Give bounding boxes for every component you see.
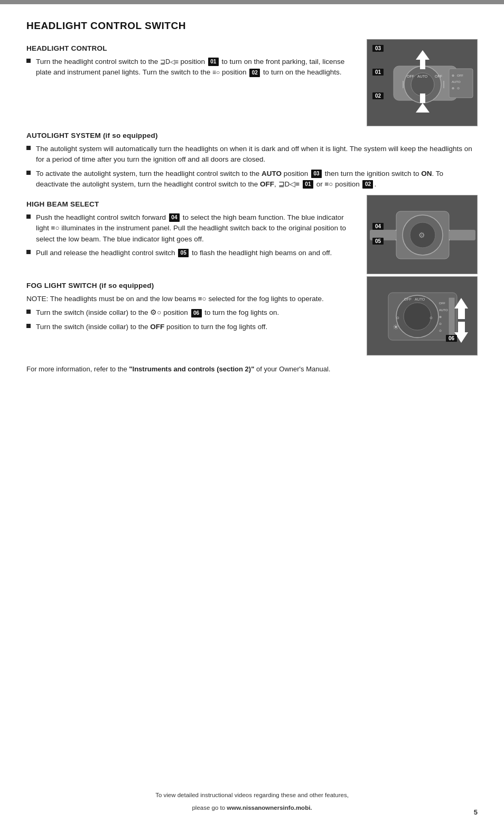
bullet-text: Push the headlight control switch forwar…: [36, 212, 357, 245]
badge-04: 04: [169, 213, 180, 222]
high-beam-bullets: Push the headlight control switch forwar…: [26, 212, 357, 258]
svg-text:⊗: ⊗: [452, 87, 454, 90]
list-item: Turn the switch (inside collar) to the O…: [26, 322, 357, 332]
svg-text:⊗: ⊗: [439, 315, 442, 319]
fog-light-section: FOG LIGHT SWITCH (if so equipped) NOTE: …: [26, 276, 478, 356]
footer: To view detailed instructional videos re…: [0, 791, 504, 816]
headlight-diagram-col: OFF AUTO OFF ⊕ OFF AUTO ⊗ ⊙: [367, 39, 478, 126]
diagram-1-svg: OFF AUTO OFF ⊕ OFF AUTO ⊗ ⊙: [367, 40, 478, 126]
bullet-icon: [26, 324, 31, 328]
bullet-text: Turn the switch (inside collar) to the ⚙…: [36, 307, 279, 318]
bold-off: OFF: [260, 180, 274, 188]
headlight-control-header: HEADLIGHT CONTROL: [26, 44, 357, 52]
svg-rect-40: [449, 298, 454, 335]
headlight-control-text: HEADLIGHT CONTROL Turn the headlight con…: [26, 39, 357, 126]
badge-06: 06: [191, 309, 202, 317]
bold-off2: OFF: [150, 323, 164, 331]
badge-03-overlay: 03: [372, 45, 384, 52]
headlight-control-bullets: Turn the headlight control switch to the…: [26, 57, 357, 78]
bullet-text: Turn the headlight control switch to the…: [36, 57, 357, 78]
svg-text:AUTO: AUTO: [439, 309, 448, 312]
bullet-icon: [26, 250, 31, 254]
svg-text:OFF: OFF: [435, 74, 442, 78]
svg-text:AUTO: AUTO: [417, 74, 428, 78]
svg-text:⊙: ⊙: [457, 87, 460, 90]
diagram-2: ⚙ 04 05: [367, 195, 478, 274]
badge-01-overlay: 01: [372, 69, 384, 76]
badge-02: 02: [249, 69, 260, 77]
symbol: ⊒D◁≡: [160, 58, 179, 66]
badge-04-overlay: 04: [372, 223, 384, 230]
list-item: Turn the switch (inside collar) to the ⚙…: [26, 307, 357, 318]
svg-text:⊕: ⊕: [452, 74, 454, 77]
fog-light-header: FOG LIGHT SWITCH (if so equipped): [26, 282, 357, 289]
svg-text:OFF: OFF: [404, 297, 412, 301]
high-beam-header: HIGH BEAM SELECT: [26, 200, 357, 208]
svg-rect-16: [420, 60, 425, 69]
bullet-icon: [26, 171, 31, 175]
fog-note: NOTE: The headlights must be on and the …: [26, 294, 357, 304]
svg-rect-37: [458, 309, 465, 319]
symbol2: ≡○: [212, 69, 220, 76]
bullet-text: Pull and release the headlight control s…: [36, 248, 332, 258]
autolight-section: AUTOLIGHT SYSTEM (if so equipped) The au…: [26, 132, 478, 190]
high-beam-section: HIGH BEAM SELECT Push the headlight cont…: [26, 195, 478, 274]
fog-light-text: FOG LIGHT SWITCH (if so equipped) NOTE: …: [26, 276, 357, 356]
badge-05: 05: [178, 249, 189, 257]
svg-text:⊙: ⊙: [439, 322, 442, 325]
svg-rect-39: [458, 322, 465, 332]
bullet-text: Turn the switch (inside collar) to the O…: [36, 322, 267, 332]
bullet-text: To activate the autolight system, turn t…: [36, 169, 478, 190]
svg-rect-26: [449, 230, 475, 240]
list-item: To activate the autolight system, turn t…: [26, 169, 478, 190]
badge-01b: 01: [303, 180, 313, 189]
badge-05-overlay: 05: [372, 238, 384, 245]
svg-text:AUTO: AUTO: [452, 80, 461, 83]
svg-text:OFF: OFF: [407, 74, 414, 78]
bullet-icon: [26, 59, 31, 63]
autolight-header: AUTOLIGHT SYSTEM (if so equipped): [26, 132, 478, 139]
svg-text:⚙: ⚙: [418, 231, 425, 239]
badge-02b: 02: [362, 180, 373, 189]
bullet-icon: [26, 310, 31, 314]
bullet-icon: [26, 214, 31, 219]
headlight-control-section: HEADLIGHT CONTROL Turn the headlight con…: [26, 39, 478, 126]
top-bar: [0, 0, 504, 4]
autolight-bullets: The autolight system will automatically …: [26, 144, 478, 190]
fog-light-diagram-col: OFF AUTO ⊙ ⊙ OFF AUTO ⊗ ⊙: [367, 276, 478, 356]
page-content: HEADLIGHT CONTROL SWITCH HEADLIGHT CONTR…: [0, 4, 504, 420]
reference-text: For more information, refer to the "Inst…: [26, 364, 478, 375]
footer-line1: To view detailed instructional videos re…: [0, 791, 504, 800]
page-number: 5: [474, 808, 478, 816]
badge-06-overlay: 06: [446, 335, 457, 342]
page-title: HEADLIGHT CONTROL SWITCH: [26, 20, 478, 32]
reference-bold: "Instruments and controls (section 2)": [129, 365, 254, 373]
svg-text:☀: ☀: [393, 323, 399, 331]
high-beam-diagram-col: ⚙ 04 05: [367, 195, 478, 274]
svg-text:⊙: ⊙: [396, 316, 399, 320]
list-item: Pull and release the headlight control s…: [26, 248, 357, 258]
list-item: Turn the headlight control switch to the…: [26, 57, 357, 78]
svg-text:OFF: OFF: [439, 302, 445, 305]
diagram-3: OFF AUTO ⊙ ⊙ OFF AUTO ⊗ ⊙: [367, 276, 478, 356]
svg-text:⊙: ⊙: [430, 316, 433, 320]
bold-on: ON: [421, 170, 432, 177]
footer-line2-start: please go to: [192, 805, 227, 811]
high-beam-text: HIGH BEAM SELECT Push the headlight cont…: [26, 195, 357, 274]
svg-text:OFF: OFF: [457, 74, 463, 77]
diagram-1: OFF AUTO OFF ⊕ OFF AUTO ⊗ ⊙: [367, 39, 478, 126]
svg-text:⊙: ⊙: [439, 329, 442, 332]
bullet-icon: [26, 146, 31, 150]
badge-01: 01: [208, 58, 219, 66]
diagram-3-svg: OFF AUTO ⊙ ⊙ OFF AUTO ⊗ ⊙: [367, 277, 478, 356]
list-item: Push the headlight control switch forwar…: [26, 212, 357, 245]
bullet-text: The autolight system will automatically …: [36, 144, 478, 165]
fog-light-bullets: Turn the switch (inside collar) to the ⚙…: [26, 307, 357, 332]
svg-text:AUTO: AUTO: [415, 297, 425, 301]
svg-point-31: [404, 303, 431, 330]
footer-line2: please go to www.nissanownersinfo.mobi.: [0, 803, 504, 813]
bold-auto: AUTO: [262, 170, 282, 177]
svg-rect-18: [420, 94, 425, 103]
badge-03: 03: [311, 170, 322, 178]
badge-02-overlay: 02: [372, 92, 384, 99]
